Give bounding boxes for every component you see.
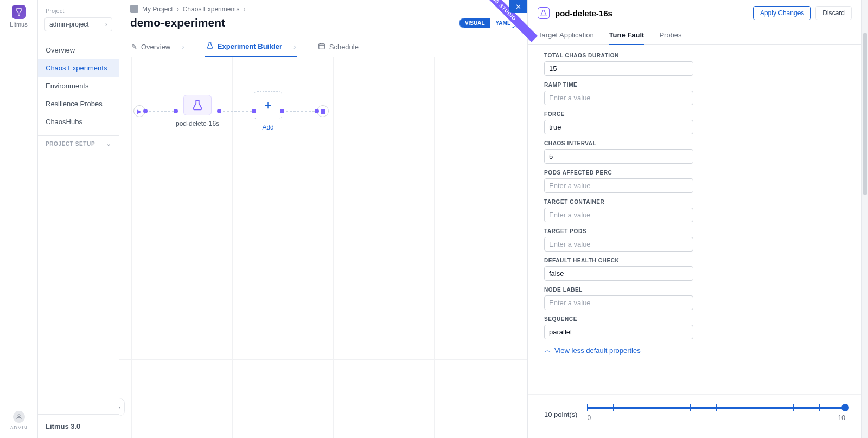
user-role-label: ADMIN <box>10 425 28 430</box>
field-row: TARGET CONTAINER <box>544 199 845 222</box>
field-row: NODE LABEL <box>544 287 845 310</box>
calendar-icon <box>318 42 326 51</box>
chevron-right-icon: › <box>182 42 184 51</box>
pencil-icon: ✎ <box>131 43 137 51</box>
field-row: TOTAL CHAOS DURATION <box>544 53 845 76</box>
field-row: DEFAULT HEALTH CHECK <box>544 257 845 281</box>
field-row: TARGET PODS <box>544 228 845 252</box>
chevron-right-icon: › <box>177 5 179 13</box>
field-label: TOTAL CHAOS DURATION <box>544 53 845 59</box>
flow-edge <box>145 111 176 112</box>
drawer-body: TOTAL CHAOS DURATIONRAMP TIMEFORCECHAOS … <box>528 45 861 394</box>
field-label: SEQUENCE <box>544 316 845 322</box>
field-label: NODE LABEL <box>544 287 845 293</box>
chevron-right-icon: › <box>293 42 296 51</box>
field-row: FORCE <box>544 111 845 134</box>
field-label: FORCE <box>544 111 845 117</box>
field-input[interactable] <box>544 61 693 76</box>
chevron-up-icon: ︿ <box>544 345 551 355</box>
slider-track[interactable]: 0 10 <box>587 407 845 422</box>
project-selector[interactable]: admin-project › <box>44 17 112 31</box>
field-row: CHAOS INTERVAL <box>544 140 845 164</box>
page-title: demo-experiment <box>130 16 225 29</box>
slider-thumb[interactable] <box>841 404 849 411</box>
field-label: DEFAULT HEALTH CHECK <box>544 257 845 263</box>
field-input[interactable] <box>544 178 693 193</box>
flow-edge <box>219 111 254 112</box>
project-name: admin-project <box>49 21 89 28</box>
vertical-scrollbar[interactable] <box>861 0 868 438</box>
sidebar: Project admin-project › Overview Chaos E… <box>38 0 119 438</box>
tab-experiment-builder[interactable]: Experiment Builder › <box>205 36 297 57</box>
svg-point-0 <box>18 415 20 417</box>
drawer-tab-tune-fault[interactable]: Tune Fault <box>609 26 645 45</box>
view-mode-toggle[interactable]: VISUAL YAML <box>459 18 516 28</box>
fault-icon <box>538 7 550 19</box>
drawer-tab-target-application[interactable]: Target Application <box>538 26 595 44</box>
sidebar-reveal-button[interactable]: › <box>119 398 125 416</box>
brand-logo <box>12 5 26 19</box>
main-tabs: ✎ Overview › Experiment Builder › Schedu… <box>119 36 527 57</box>
main-area: CHAOS STUDIO ✕ My Project › Chaos Experi… <box>119 0 527 438</box>
flask-icon <box>206 42 214 51</box>
project-icon <box>130 5 138 13</box>
sidebar-section-label: Project <box>38 8 119 14</box>
sidebar-item-environments[interactable]: Environments <box>38 77 119 95</box>
field-label: RAMP TIME <box>544 82 845 88</box>
fault-drawer: pod-delete-16s Apply Changes Discard Tar… <box>527 0 861 438</box>
drawer-tab-probes[interactable]: Probes <box>659 26 682 44</box>
field-row: PODS AFFECTED PERC <box>544 170 845 193</box>
field-row: RAMP TIME <box>544 82 845 105</box>
tab-overview[interactable]: ✎ Overview › <box>130 36 186 57</box>
tab-schedule[interactable]: Schedule <box>317 36 360 57</box>
app-rail: Litmus ADMIN <box>0 0 38 438</box>
slider-max: 10 <box>838 414 845 422</box>
view-less-toggle[interactable]: ︿ View less default properties <box>544 345 845 355</box>
close-drawer-button[interactable]: ✕ <box>509 0 527 13</box>
breadcrumb-parent[interactable]: Chaos Experiments <box>183 5 240 13</box>
svg-rect-1 <box>318 43 324 48</box>
chevron-right-icon: › <box>105 21 107 28</box>
field-input[interactable] <box>544 325 693 339</box>
toggle-visual[interactable]: VISUAL <box>459 18 490 28</box>
field-row: SEQUENCE <box>544 316 845 339</box>
flow-edge <box>282 111 317 112</box>
flow-fault-node[interactable] <box>183 95 212 115</box>
flow-add-node[interactable]: ＋ <box>254 91 282 119</box>
drawer-title: pod-delete-16s <box>555 9 612 18</box>
slider-min: 0 <box>587 414 591 422</box>
field-input[interactable] <box>544 237 693 252</box>
experiment-canvas[interactable]: ▶ pod-delete-16s ＋ Add › <box>119 57 527 438</box>
sidebar-item-chaoshubs[interactable]: ChaosHubs <box>38 113 119 131</box>
breadcrumb-home[interactable]: My Project <box>142 5 173 13</box>
sidebar-version: Litmus 3.0 <box>38 414 119 438</box>
sidebar-item-resilience-probes[interactable]: Resilience Probes <box>38 95 119 113</box>
field-label: TARGET PODS <box>544 228 845 234</box>
field-input[interactable] <box>544 91 693 105</box>
field-input[interactable] <box>544 208 693 222</box>
field-input[interactable] <box>544 149 693 164</box>
chevron-down-icon: ⌄ <box>106 141 111 147</box>
breadcrumb: My Project › Chaos Experiments › <box>119 0 527 15</box>
scrollbar-thumb[interactable] <box>863 33 867 195</box>
fault-weight-slider: 10 point(s) 0 10 <box>528 394 861 438</box>
field-label: CHAOS INTERVAL <box>544 140 845 146</box>
sidebar-setup-section[interactable]: PROJECT SETUP ⌄ <box>38 135 119 151</box>
field-input[interactable] <box>544 266 693 281</box>
sidebar-item-overview[interactable]: Overview <box>38 41 119 59</box>
field-input[interactable] <box>544 295 693 310</box>
field-label: PODS AFFECTED PERC <box>544 170 845 176</box>
flow-node-label: pod-delete-16s <box>176 120 219 127</box>
field-label: TARGET CONTAINER <box>544 199 845 205</box>
slider-value-label: 10 point(s) <box>544 410 577 418</box>
flow-add-label: Add <box>262 124 273 131</box>
sidebar-item-chaos-experiments[interactable]: Chaos Experiments <box>38 59 119 77</box>
user-avatar[interactable] <box>13 411 25 423</box>
field-input[interactable] <box>544 120 693 134</box>
apply-changes-button[interactable]: Apply Changes <box>753 6 811 20</box>
brand-label: Litmus <box>10 21 27 28</box>
chevron-right-icon: › <box>243 5 245 13</box>
discard-button[interactable]: Discard <box>815 6 852 20</box>
